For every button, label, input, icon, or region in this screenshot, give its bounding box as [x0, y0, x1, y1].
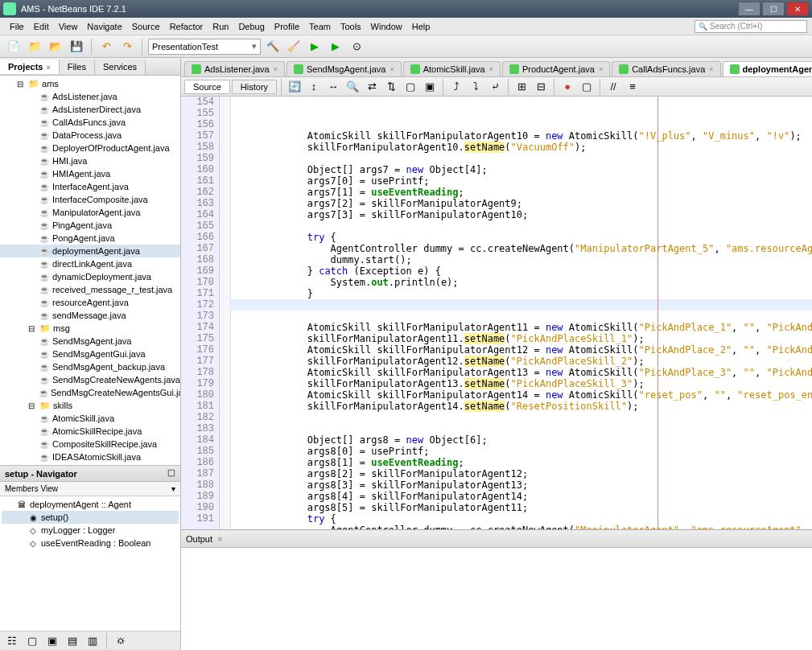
tab-services[interactable]: Services: [95, 60, 146, 74]
file-tab[interactable]: CallAdsFuncs.java×: [612, 61, 720, 76]
tree-item[interactable]: ☕DeployerOfProductAgent.java: [0, 142, 180, 154]
tree-item[interactable]: ☕resourceAgent.java: [0, 296, 180, 309]
profile-icon[interactable]: ⊙: [348, 38, 365, 56]
output-tab[interactable]: Output× ☐: [181, 530, 812, 548]
close-icon[interactable]: ×: [390, 65, 394, 73]
tree-item[interactable]: ☕CallAdsFuncs.java: [0, 116, 180, 129]
debug-icon[interactable]: ▶: [327, 38, 344, 56]
tree-item[interactable]: ☕AtomicSkill.java: [0, 412, 180, 425]
file-tab[interactable]: deploymentAgent.java×: [723, 61, 812, 76]
tree-item[interactable]: ☕SendMsgCreateNewAgents.java: [0, 373, 180, 386]
toolbar-icon[interactable]: ↕: [305, 78, 323, 96]
tree-item[interactable]: ⊟📁 msg: [0, 322, 180, 335]
file-tab[interactable]: AtomicSkill.java×: [403, 61, 501, 76]
toolbar-icon[interactable]: ▢: [578, 78, 596, 96]
menu-file[interactable]: File: [5, 20, 29, 33]
tree-item[interactable]: ☕AdsListener.java: [0, 90, 180, 103]
open-project-icon[interactable]: 📂: [47, 38, 64, 56]
filter-icon[interactable]: ▥: [84, 632, 101, 650]
tree-item[interactable]: ☕HMI.java: [0, 154, 180, 167]
toolbar-icon[interactable]: ▣: [421, 78, 439, 96]
toolbar-icon[interactable]: ≡: [624, 78, 641, 96]
menu-window[interactable]: Window: [366, 20, 407, 33]
tab-files[interactable]: Files: [60, 60, 95, 74]
toolbar-icon[interactable]: 🔄: [286, 78, 303, 96]
minimize-icon[interactable]: ☐: [167, 468, 175, 479]
undo-icon[interactable]: ↶: [97, 38, 115, 56]
maximize-button[interactable]: ☐: [762, 2, 785, 16]
tree-item[interactable]: ☕sendMessage.java: [0, 309, 180, 322]
tree-item[interactable]: ☕PongAgent.java: [0, 232, 180, 245]
tree-item[interactable]: ☕dynamicDeployment.java: [0, 270, 180, 283]
toolbar-icon[interactable]: ⤴: [447, 78, 465, 96]
run-icon[interactable]: ▶: [306, 38, 324, 56]
navigator-item[interactable]: 🏛deploymentAgent :: Agent: [2, 498, 179, 511]
new-project-icon[interactable]: 📁: [26, 38, 43, 56]
menu-debug[interactable]: Debug: [233, 20, 269, 33]
tree-item[interactable]: ☕HMIAgent.java: [0, 167, 180, 180]
tree-item[interactable]: ☕directLinkAgent.java: [0, 257, 180, 270]
tree-item[interactable]: ☕SendMsgAgentGui.java: [0, 348, 180, 360]
output-body[interactable]: [181, 548, 812, 650]
menu-tools[interactable]: Tools: [336, 20, 366, 33]
toolbar-icon[interactable]: ⤵: [467, 78, 484, 96]
close-icon[interactable]: ×: [709, 65, 713, 73]
tree-item[interactable]: ☕AtomicSkillRecipe.java: [0, 425, 180, 438]
navigator-view-dropdown[interactable]: Members View: [0, 482, 180, 496]
tree-item[interactable]: ☕InterfaceAgent.java: [0, 180, 180, 193]
tree-item[interactable]: ☕SendMsgAgent_backup.java: [0, 360, 180, 373]
menu-edit[interactable]: Edit: [29, 20, 54, 33]
filter-icon[interactable]: ▢: [23, 632, 41, 650]
minimize-button[interactable]: —: [738, 2, 760, 16]
tree-item[interactable]: ☕AdsListenerDirect.java: [0, 103, 180, 116]
close-icon[interactable]: ×: [217, 534, 222, 544]
close-icon[interactable]: ×: [46, 64, 50, 72]
toolbar-icon[interactable]: ⇅: [382, 78, 400, 96]
navigator-item[interactable]: ◇useEventReading : Boolean: [2, 537, 179, 549]
file-tab[interactable]: ProductAgent.java×: [502, 61, 610, 76]
build-icon[interactable]: 🔨: [264, 38, 282, 56]
file-tab[interactable]: SendMsgAgent.java×: [286, 61, 402, 76]
clean-build-icon[interactable]: 🧹: [285, 38, 303, 56]
menu-refactor[interactable]: Refactor: [165, 20, 208, 33]
tree-item[interactable]: ⊟📁 skills: [0, 399, 180, 412]
tab-projects[interactable]: Projects×: [0, 60, 60, 74]
toolbar-icon[interactable]: ↔: [324, 78, 342, 96]
fold-gutter[interactable]: [220, 97, 231, 529]
filter-icon[interactable]: ☷: [3, 632, 21, 650]
tree-item[interactable]: ☕CompositeSkillRecipe.java: [0, 438, 180, 450]
navigator-item[interactable]: ◇myLogger : Logger: [2, 524, 179, 537]
tab-history[interactable]: History: [232, 80, 277, 94]
toolbar-icon[interactable]: ▢: [402, 78, 419, 96]
close-icon[interactable]: ×: [599, 65, 603, 73]
filter-icon[interactable]: ▤: [64, 632, 81, 650]
redo-icon[interactable]: ↷: [118, 38, 136, 56]
toolbar-icon[interactable]: ⇄: [363, 78, 381, 96]
toolbar-icon[interactable]: ⊟: [532, 78, 550, 96]
menu-source[interactable]: Source: [127, 20, 165, 33]
run-config-dropdown[interactable]: PresentationTest: [148, 39, 261, 55]
quick-search-input[interactable]: Search (Ctrl+I): [695, 20, 807, 33]
tree-item[interactable]: ☕ManipulatorAgent.java: [0, 206, 180, 219]
navigator-body[interactable]: 🏛deploymentAgent :: Agent◉setup()◇myLogg…: [0, 496, 180, 631]
menu-view[interactable]: View: [54, 20, 83, 33]
close-button[interactable]: ✕: [786, 2, 809, 16]
new-file-icon[interactable]: 📄: [5, 38, 23, 56]
menu-run[interactable]: Run: [208, 20, 233, 33]
tree-item[interactable]: ☕DataProcess.java: [0, 129, 180, 142]
menu-navigate[interactable]: Navigate: [82, 20, 126, 33]
tree-item[interactable]: ⊟📁 ams: [0, 77, 180, 90]
menu-team[interactable]: Team: [304, 20, 336, 33]
project-tree[interactable]: ⊟📁 ams☕AdsListener.java☕AdsListenerDirec…: [0, 76, 180, 465]
code-area[interactable]: AtomicSkill skillForManipulatorAgent10 =…: [231, 97, 812, 529]
code-editor[interactable]: 154 155 156 157 158 159 160 161 162 163 …: [181, 97, 812, 529]
save-all-icon[interactable]: 💾: [68, 38, 85, 56]
comment-icon[interactable]: //: [604, 78, 622, 96]
tab-source[interactable]: Source: [184, 80, 230, 94]
toolbar-icon[interactable]: ⊞: [513, 78, 530, 96]
tree-item[interactable]: ☕IDEASAtomicSkill.java: [0, 450, 180, 463]
tree-item[interactable]: ☕PingAgent.java: [0, 219, 180, 232]
toolbar-icon[interactable]: ⤶: [486, 78, 504, 96]
tree-item[interactable]: ☕deploymentAgent.java: [0, 245, 180, 257]
close-icon[interactable]: ×: [489, 65, 493, 73]
